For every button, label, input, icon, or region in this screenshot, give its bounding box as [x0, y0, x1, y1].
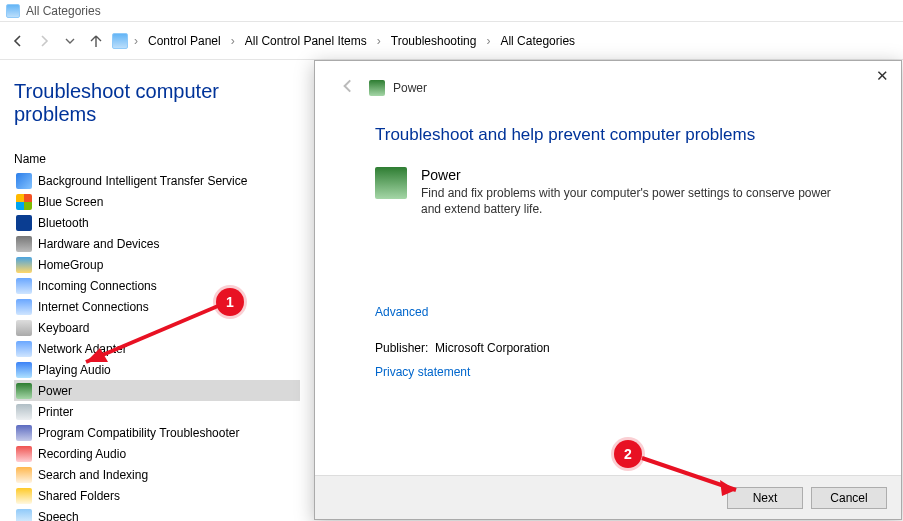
column-header-name[interactable]: Name: [14, 152, 300, 166]
list-item-icon: [16, 215, 32, 231]
up-button[interactable]: [86, 31, 106, 51]
list-item-icon: [16, 173, 32, 189]
window-title: All Categories: [26, 4, 101, 18]
dialog-footer: Next Cancel: [315, 475, 901, 519]
breadcrumb-item[interactable]: All Control Panel Items: [241, 32, 371, 50]
breadcrumb-icon: [112, 33, 128, 49]
main-area: Troubleshoot computer problems Name Back…: [0, 60, 903, 521]
list-item-label: Program Compatibility Troubleshooter: [38, 426, 239, 440]
list-item-icon: [16, 194, 32, 210]
list-item[interactable]: Background Intelligent Transfer Service: [14, 170, 300, 191]
troubleshooter-list-panel: Troubleshoot computer problems Name Back…: [0, 60, 310, 521]
list-item-icon: [16, 488, 32, 504]
page-title: Troubleshoot computer problems: [14, 80, 300, 126]
list-item-label: Search and Indexing: [38, 468, 148, 482]
list-item-icon: [16, 404, 32, 420]
list-item[interactable]: Shared Folders: [14, 485, 300, 506]
list-item[interactable]: Playing Audio: [14, 359, 300, 380]
breadcrumb-item[interactable]: Troubleshooting: [387, 32, 481, 50]
list-item[interactable]: Power: [14, 380, 300, 401]
list-item[interactable]: Bluetooth: [14, 212, 300, 233]
troubleshooter-description: Find and fix problems with your computer…: [421, 185, 851, 217]
dialog-title: Power: [393, 81, 427, 95]
list-item-label: Network Adapter: [38, 342, 127, 356]
list-item-label: Background Intelligent Transfer Service: [38, 174, 247, 188]
list-item[interactable]: Program Compatibility Troubleshooter: [14, 422, 300, 443]
list-item-icon: [16, 257, 32, 273]
privacy-statement-link[interactable]: Privacy statement: [375, 365, 470, 379]
list-item-icon: [16, 299, 32, 315]
list-item-label: Shared Folders: [38, 489, 120, 503]
list-item-icon: [16, 509, 32, 522]
list-item-icon: [16, 341, 32, 357]
troubleshooter-list: Background Intelligent Transfer ServiceB…: [14, 170, 300, 521]
list-item-label: Power: [38, 384, 72, 398]
troubleshooter-summary: Power Find and fix problems with your co…: [375, 167, 851, 217]
list-item-label: HomeGroup: [38, 258, 103, 272]
list-item-label: Speech: [38, 510, 79, 522]
chevron-right-icon[interactable]: ›: [484, 34, 492, 48]
chevron-right-icon[interactable]: ›: [229, 34, 237, 48]
list-item[interactable]: Network Adapter: [14, 338, 300, 359]
title-bar: All Categories: [0, 0, 903, 22]
list-item-icon: [16, 446, 32, 462]
list-item-icon: [16, 425, 32, 441]
breadcrumb-item[interactable]: All Categories: [496, 32, 579, 50]
list-item[interactable]: Keyboard: [14, 317, 300, 338]
list-item-label: Internet Connections: [38, 300, 149, 314]
troubleshooter-wizard-dialog: ✕ Power Troubleshoot and help prevent co…: [314, 60, 902, 520]
list-item[interactable]: HomeGroup: [14, 254, 300, 275]
chevron-right-icon[interactable]: ›: [375, 34, 383, 48]
nav-bar: › Control Panel › All Control Panel Item…: [0, 22, 903, 60]
dialog-heading: Troubleshoot and help prevent computer p…: [375, 125, 851, 145]
breadcrumb[interactable]: › Control Panel › All Control Panel Item…: [112, 32, 579, 50]
list-item[interactable]: Recording Audio: [14, 443, 300, 464]
list-item-label: Incoming Connections: [38, 279, 157, 293]
dialog-header: Power: [339, 71, 877, 113]
cancel-button[interactable]: Cancel: [811, 487, 887, 509]
list-item-icon: [16, 278, 32, 294]
list-item-icon: [16, 467, 32, 483]
list-item-label: Hardware and Devices: [38, 237, 159, 251]
power-icon: [369, 80, 385, 96]
list-item-icon: [16, 362, 32, 378]
next-button[interactable]: Next: [727, 487, 803, 509]
chevron-right-icon[interactable]: ›: [132, 34, 140, 48]
list-item-icon: [16, 236, 32, 252]
breadcrumb-item[interactable]: Control Panel: [144, 32, 225, 50]
app-icon: [6, 4, 20, 18]
list-item[interactable]: Blue Screen: [14, 191, 300, 212]
list-item-icon: [16, 383, 32, 399]
list-item-label: Playing Audio: [38, 363, 111, 377]
list-item-label: Blue Screen: [38, 195, 103, 209]
publisher-row: Publisher: Microsoft Corporation: [375, 341, 851, 355]
publisher-label: Publisher:: [375, 341, 428, 355]
publisher-value: Microsoft Corporation: [435, 341, 550, 355]
list-item-label: Recording Audio: [38, 447, 126, 461]
troubleshooter-title: Power: [421, 167, 851, 183]
list-item[interactable]: Incoming Connections: [14, 275, 300, 296]
list-item-label: Printer: [38, 405, 73, 419]
list-item-label: Keyboard: [38, 321, 89, 335]
dialog-back-button[interactable]: [339, 77, 357, 99]
back-button[interactable]: [8, 31, 28, 51]
list-item[interactable]: Speech: [14, 506, 300, 521]
power-large-icon: [375, 167, 407, 199]
list-item-label: Bluetooth: [38, 216, 89, 230]
annotation-callout-1: 1: [216, 288, 244, 316]
annotation-callout-2: 2: [614, 440, 642, 468]
list-item[interactable]: Search and Indexing: [14, 464, 300, 485]
list-item[interactable]: Printer: [14, 401, 300, 422]
recent-locations-chevron-icon[interactable]: [60, 31, 80, 51]
list-item[interactable]: Hardware and Devices: [14, 233, 300, 254]
advanced-link[interactable]: Advanced: [375, 305, 428, 319]
forward-button[interactable]: [34, 31, 54, 51]
list-item[interactable]: Internet Connections: [14, 296, 300, 317]
list-item-icon: [16, 320, 32, 336]
